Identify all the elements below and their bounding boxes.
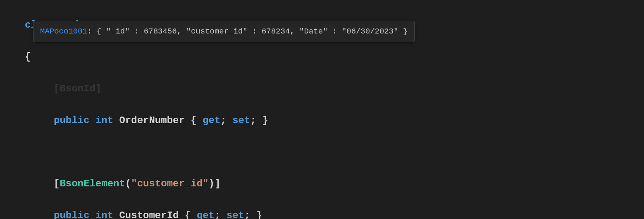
code-line-2: { bbox=[25, 49, 644, 65]
type-int: int bbox=[95, 115, 113, 126]
tooltip-separator: : bbox=[87, 27, 97, 36]
keyword-get: get bbox=[197, 210, 215, 219]
tooltip-content: { "_id" : 6783456, "customer_id" : 67823… bbox=[97, 27, 408, 36]
code-line-4: public int OrderNumber { get; set; } bbox=[25, 113, 644, 129]
property-name: CustomerId bbox=[119, 210, 179, 219]
brace-open: { bbox=[25, 51, 31, 62]
string-literal: "customer_id" bbox=[131, 178, 208, 189]
keyword-get: get bbox=[203, 115, 220, 126]
keyword-set: set bbox=[227, 210, 244, 219]
keyword-public: public bbox=[54, 115, 89, 126]
code-line-3: [BsonId] bbox=[25, 81, 644, 97]
attribute-name: BsonElement bbox=[60, 178, 125, 189]
type-int: int bbox=[95, 210, 113, 219]
property-name: OrderNumber bbox=[119, 115, 184, 126]
empty-line bbox=[25, 145, 644, 160]
code-line-6: [BsonElement("customer_id")] bbox=[25, 176, 644, 192]
tooltip-code-id: MAPoco1001 bbox=[40, 27, 87, 36]
keyword-public: public bbox=[54, 210, 89, 219]
keyword-set: set bbox=[232, 115, 250, 126]
code-line-7: public int CustomerId { get; set; } bbox=[25, 208, 644, 219]
diagnostic-tooltip: MAPoco1001: { "_id" : 6783456, "customer… bbox=[33, 21, 415, 42]
hidden-attribute: [BsonId] bbox=[54, 83, 101, 94]
